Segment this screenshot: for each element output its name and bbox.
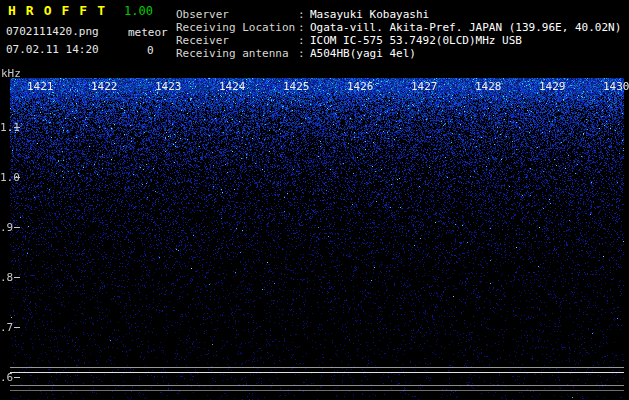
freq-axis-tick — [14, 227, 20, 228]
hrofft-window: HROFFT 1.00 0702111420.png meteor 07.02.… — [0, 0, 629, 400]
freq-tick-label: .8 — [0, 271, 13, 284]
freq-axis-tick — [14, 327, 20, 328]
time-tick-label: 1430 — [603, 80, 629, 93]
freq-axis-tick — [14, 377, 20, 378]
freq-axis-tick — [14, 277, 20, 278]
freq-axis-tick — [14, 177, 20, 178]
time-tick-label: 1423 — [155, 80, 182, 93]
time-tick-label: 1422 — [91, 80, 118, 93]
carrier-line — [10, 367, 624, 368]
carrier-line — [10, 390, 624, 391]
spectrogram-canvas — [10, 78, 624, 400]
freq-tick-label: .9 — [0, 221, 13, 234]
freq-axis-tick — [14, 127, 20, 128]
carrier-line — [10, 372, 624, 373]
freq-tick-label: .7 — [0, 321, 13, 334]
time-tick-label: 1424 — [219, 80, 246, 93]
carrier-line — [10, 385, 624, 386]
spectrogram-plot: kHz 1.1 1.0 .9 .8 .7 .6 1421 1422 1423 1… — [0, 0, 629, 400]
time-tick-label: 1427 — [411, 80, 438, 93]
time-tick-label: 1429 — [539, 80, 566, 93]
time-tick-label: 1426 — [347, 80, 374, 93]
freq-axis-unit: kHz — [1, 67, 21, 80]
time-tick-label: 1421 — [27, 80, 54, 93]
time-tick-label: 1428 — [475, 80, 502, 93]
time-tick-label: 1425 — [283, 80, 310, 93]
